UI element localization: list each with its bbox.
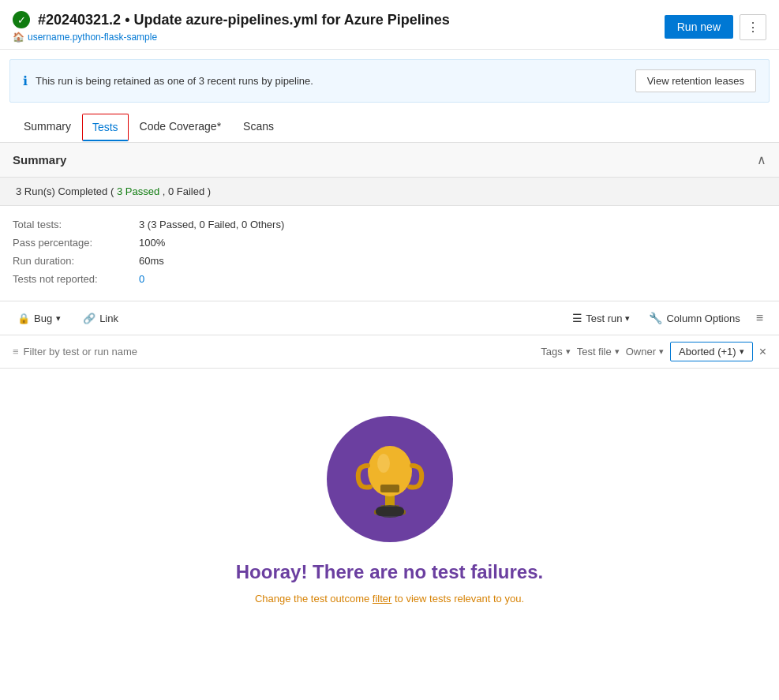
- run-duration-value: 60ms: [139, 255, 164, 267]
- aborted-label: Aborted (+1): [679, 346, 736, 357]
- nav-tabs: Summary Tests Code Coverage* Scans: [0, 112, 779, 143]
- aborted-chevron: ▾: [740, 346, 744, 357]
- repo-icon: 🏠: [13, 32, 24, 43]
- toolbar-right: ☰ Test run ▾ 🔧 Column Options ≡: [566, 308, 766, 328]
- banner-content: ℹ This run is being retained as one of 3…: [23, 73, 313, 88]
- header-title: ✓ #20240321.2 • Update azure-pipelines.y…: [13, 11, 450, 28]
- stats-grid: Total tests: 3 (3 Passed, 0 Failed, 0 Ot…: [0, 206, 779, 301]
- run-new-button[interactable]: Run new: [665, 15, 733, 39]
- empty-state: Hooray! There are no test failures. Chan…: [0, 369, 779, 636]
- more-options-button[interactable]: ⋮: [740, 14, 766, 40]
- stat-total-tests: Total tests: 3 (3 Passed, 0 Failed, 0 Ot…: [13, 215, 766, 234]
- stat-run-duration: Run duration: 60ms: [13, 252, 766, 270]
- toolbar-left: 🔒 Bug ▾ 🔗 Link: [13, 309, 123, 328]
- run-duration-label: Run duration:: [13, 255, 139, 267]
- search-input[interactable]: [24, 346, 156, 357]
- svg-rect-7: [376, 507, 404, 516]
- tab-tests[interactable]: Tests: [82, 114, 129, 141]
- change-filter-link[interactable]: filter: [373, 593, 392, 605]
- owner-dropdown[interactable]: Owner ▾: [626, 346, 664, 357]
- not-reported-label: Tests not reported:: [13, 273, 139, 285]
- column-options-button[interactable]: 🔧 Column Options: [642, 309, 746, 328]
- bug-chevron-icon: ▾: [56, 313, 61, 324]
- svg-rect-2: [385, 495, 395, 507]
- summary-header: Summary ∧: [0, 143, 779, 178]
- lock-icon: 🔒: [17, 313, 30, 324]
- total-tests-label: Total tests:: [13, 219, 139, 230]
- success-icon: ✓: [13, 11, 30, 28]
- page-title: #20240321.2 • Update azure-pipelines.yml…: [38, 12, 450, 28]
- info-icon: ℹ: [23, 73, 28, 88]
- test-file-label: Test file: [577, 346, 612, 357]
- run-completed-text: 3 Run(s) Completed (: [16, 185, 114, 197]
- summary-title: Summary: [13, 153, 66, 167]
- breadcrumb-text: username.python-flask-sample: [28, 32, 157, 43]
- tags-chevron: ▾: [566, 346, 571, 357]
- link-icon: 🔗: [83, 313, 96, 324]
- breadcrumb-link[interactable]: 🏠 username.python-flask-sample: [13, 32, 450, 43]
- stat-pass-pct: Pass percentage: 100%: [13, 234, 766, 252]
- pipeline-title-text: Update azure-pipelines.yml for Azure Pip…: [133, 12, 449, 28]
- hooray-text: Hooray! There are no test failures.: [236, 561, 543, 583]
- test-run-chevron: ▾: [625, 313, 630, 324]
- runs-passed-text: 3 Passed: [117, 185, 159, 197]
- filter-lines-icon: ≡: [756, 311, 763, 324]
- run-end-text: ): [208, 185, 211, 197]
- banner-message: This run is being retained as one of 3 r…: [36, 75, 313, 87]
- header-right: Run new ⋮: [665, 14, 766, 40]
- summary-section: Summary ∧ 3 Run(s) Completed ( 3 Passed …: [0, 143, 779, 301]
- retention-banner: ℹ This run is being retained as one of 3…: [9, 59, 770, 103]
- run-completed-banner: 3 Run(s) Completed ( 3 Passed , 0 Failed…: [0, 178, 779, 206]
- link-button[interactable]: 🔗 Link: [78, 309, 123, 328]
- not-reported-value: 0: [139, 273, 144, 285]
- pass-pct-value: 100%: [139, 237, 165, 249]
- test-toolbar: 🔒 Bug ▾ 🔗 Link ☰ Test run ▾ 🔧 Column Opt…: [0, 301, 779, 335]
- column-options-icon: 🔧: [649, 312, 662, 324]
- tab-scans[interactable]: Scans: [232, 112, 285, 142]
- column-options-label: Column Options: [666, 313, 740, 324]
- total-tests-value: 3 (3 Passed, 0 Failed, 0 Others): [139, 219, 284, 230]
- pipeline-id: #20240321.2: [38, 12, 121, 28]
- owner-label: Owner: [626, 346, 656, 357]
- test-run-label: Test run: [586, 313, 622, 324]
- filter-bar-right: Tags ▾ Test file ▾ Owner ▾ Aborted (+1) …: [541, 342, 766, 361]
- svg-rect-5: [380, 485, 399, 492]
- stat-not-reported: Tests not reported: 0: [13, 270, 766, 288]
- filter-icon-button[interactable]: ≡: [753, 308, 766, 328]
- runs-failed-text: 0 Failed: [168, 185, 204, 197]
- tags-label: Tags: [541, 346, 562, 357]
- test-file-dropdown[interactable]: Test file ▾: [577, 346, 620, 357]
- filter-bar-left: ≡: [13, 346, 156, 357]
- change-filter-text: Change the test outcome filter to view t…: [255, 593, 524, 605]
- svg-point-4: [377, 454, 390, 473]
- close-filter-button[interactable]: ×: [759, 345, 766, 359]
- filter-bar: ≡ Tags ▾ Test file ▾ Owner ▾ Aborted (+1…: [0, 335, 779, 369]
- title-separator: •: [125, 12, 133, 28]
- link-label: Link: [99, 313, 118, 324]
- bug-button[interactable]: 🔒 Bug ▾: [13, 309, 66, 328]
- test-file-chevron: ▾: [615, 346, 620, 357]
- trophy-icon: [350, 436, 429, 522]
- aborted-filter-badge[interactable]: Aborted (+1) ▾: [670, 342, 753, 361]
- page-header: ✓ #20240321.2 • Update azure-pipelines.y…: [0, 0, 779, 50]
- header-left: ✓ #20240321.2 • Update azure-pipelines.y…: [13, 11, 450, 43]
- separator: ,: [163, 185, 168, 197]
- filter-bar-icon: ≡: [13, 346, 19, 357]
- view-retention-leases-button[interactable]: View retention leases: [635, 69, 756, 92]
- owner-chevron: ▾: [659, 346, 664, 357]
- test-run-dropdown[interactable]: ☰ Test run ▾: [566, 309, 636, 328]
- trophy-circle: [327, 416, 453, 542]
- bug-label: Bug: [34, 313, 52, 324]
- tags-dropdown[interactable]: Tags ▾: [541, 346, 570, 357]
- tab-code-coverage[interactable]: Code Coverage*: [129, 112, 233, 142]
- list-icon: ☰: [572, 312, 582, 324]
- tab-summary[interactable]: Summary: [13, 112, 82, 142]
- pass-pct-label: Pass percentage:: [13, 237, 139, 249]
- collapse-button[interactable]: ∧: [757, 152, 766, 167]
